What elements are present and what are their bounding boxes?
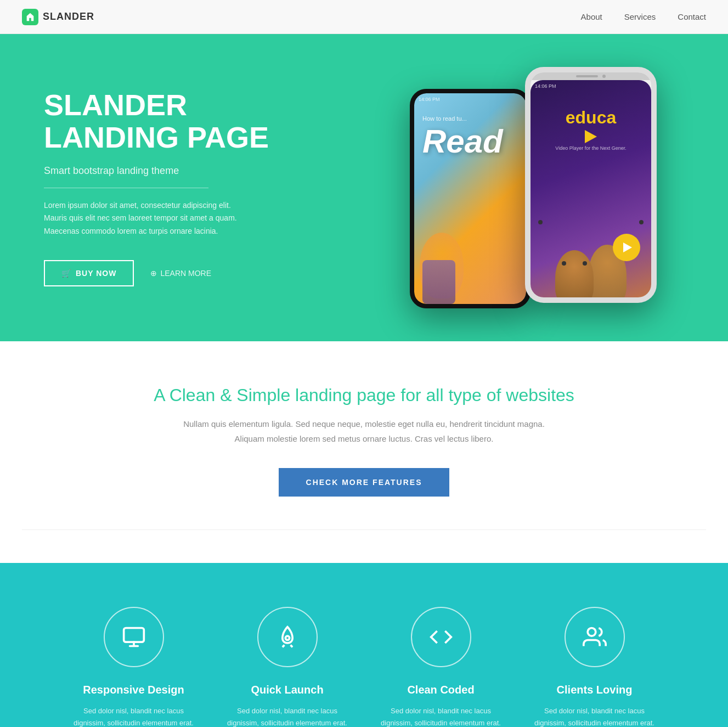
svg-rect-0	[123, 628, 144, 643]
phone-app-tagline: How to read tu...	[422, 115, 467, 122]
phone-content-black: How to read tu... Read	[414, 93, 526, 164]
character-left	[555, 250, 594, 303]
nav-services[interactable]: Services	[624, 12, 656, 22]
service-title-code: Clean Coded	[407, 684, 474, 696]
phone-time-white: 14:06 PM	[535, 83, 556, 89]
check-features-button[interactable]: CHECK MORE FEATURES	[279, 468, 450, 497]
phone-screen-black: 14:06 PM How to read tu... Read	[414, 93, 526, 304]
phone-content-white: educa Video Player for the Next Gener.	[531, 80, 651, 162]
features-description: Nullam quis elementum ligula. Sed neque …	[172, 416, 556, 446]
hero-buttons: 🛒 BUY NOW ⊕ LEARN MORE	[44, 260, 318, 286]
features-title: A Clean & Simple landing page for all ty…	[22, 385, 706, 405]
service-title-clients: Clients Loving	[557, 684, 633, 696]
svg-point-4	[588, 628, 596, 636]
hero-subtitle: Smart bootstrap landing theme	[44, 165, 318, 177]
play-button-overlay	[613, 234, 640, 261]
hero-section: SLANDER LANDING PAGE Smart bootstrap lan…	[0, 34, 728, 341]
launch-icon-circle	[257, 607, 318, 667]
navbar: SLANDER About Services Contact	[0, 0, 728, 34]
rocket-icon	[275, 625, 300, 649]
responsive-icon-circle	[104, 607, 164, 667]
service-title-responsive: Responsive Design	[83, 684, 184, 696]
service-desc-code: Sed dolor nisl, blandit nec lacus dignis…	[381, 705, 501, 727]
phone-read-text: Read	[422, 125, 503, 158]
phone-time-black: 14:06 PM	[419, 97, 440, 102]
brand-icon	[22, 9, 38, 25]
nav-links: About Services Contact	[581, 12, 706, 22]
features-divider	[22, 529, 706, 530]
service-code: Clean Coded Sed dolor nisl, blandit nec …	[381, 607, 501, 727]
phone-black: 14:06 PM How to read tu... Read	[410, 89, 531, 308]
code-icon-circle	[411, 607, 471, 667]
app-name: educa	[566, 108, 616, 128]
services-section: Responsive Design Sed dolor nisl, blandi…	[0, 563, 728, 727]
hero-content: SLANDER LANDING PAGE Smart bootstrap lan…	[44, 89, 318, 286]
app-subtitle: Video Player for the Next Gener.	[555, 145, 626, 151]
brand-name: SLANDER	[43, 11, 94, 22]
users-icon	[583, 625, 607, 649]
hero-title: SLANDER LANDING PAGE	[44, 89, 318, 154]
phone-white: 14:06 PM educa Video Player for the Next…	[525, 67, 657, 303]
clients-icon-circle	[565, 607, 625, 667]
phone-speaker	[531, 72, 651, 80]
buy-now-button[interactable]: 🛒 BUY NOW	[44, 260, 134, 286]
learn-more-button[interactable]: ⊕ LEARN MORE	[150, 269, 211, 278]
service-desc-clients: Sed dolor nisl, blandit nec lacus dignis…	[534, 705, 655, 727]
svg-point-3	[285, 636, 289, 640]
phone-screen-white: 14:06 PM educa Video Player for the Next…	[531, 80, 651, 303]
service-desc-launch: Sed dolor nisl, blandit nec lacus dignis…	[227, 705, 348, 727]
nav-about[interactable]: About	[581, 12, 602, 22]
character-body	[422, 260, 455, 304]
brand: SLANDER	[22, 9, 94, 25]
nav-contact[interactable]: Contact	[678, 12, 706, 22]
hero-description: Lorem ipsum dolor sit amet, consectetur …	[44, 199, 241, 238]
service-clients: Clients Loving Sed dolor nisl, blandit n…	[534, 607, 655, 727]
services-grid: Responsive Design Sed dolor nisl, blandi…	[63, 607, 666, 727]
service-desc-responsive: Sed dolor nisl, blandit nec lacus dignis…	[74, 705, 194, 727]
features-section: A Clean & Simple landing page for all ty…	[0, 341, 728, 563]
service-launch: Quick Launch Sed dolor nisl, blandit nec…	[227, 607, 348, 727]
circle-plus-icon: ⊕	[150, 269, 157, 278]
monitor-icon	[122, 625, 146, 649]
hero-divider	[44, 188, 208, 188]
shopping-icon: 🛒	[61, 269, 71, 278]
hero-phones: 14:06 PM How to read tu... Read 14:06 PM…	[318, 67, 684, 308]
play-icon	[585, 130, 597, 143]
code-icon	[429, 625, 453, 649]
service-title-launch: Quick Launch	[251, 684, 323, 696]
service-responsive: Responsive Design Sed dolor nisl, blandi…	[74, 607, 194, 727]
